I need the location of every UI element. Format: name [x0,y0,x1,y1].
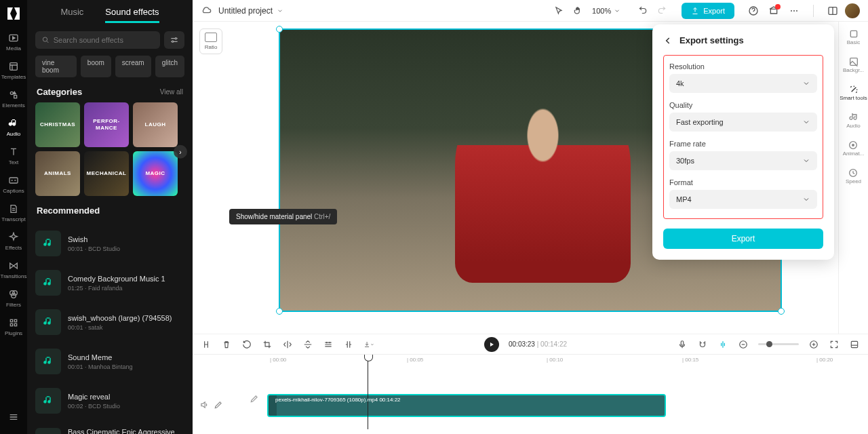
delete-button[interactable] [221,339,232,350]
redo-button[interactable] [657,6,667,16]
chip-vine-boom[interactable]: vine boom [35,56,77,77]
project-name[interactable]: Untitled project [218,6,283,16]
category-card[interactable]: LAUGH [133,102,178,147]
filter-button[interactable] [164,31,184,49]
mirror-h-button[interactable] [282,339,293,350]
rail-transcript[interactable]: Transcript [1,203,25,222]
rec-title: Sound Meme [68,353,184,362]
rail-effects[interactable]: Effects [5,232,22,251]
draft-button[interactable] [213,399,224,410]
split-clip-button[interactable] [343,339,354,350]
player-bar: 00:03:23 | 00:14:22 [193,334,868,354]
category-card[interactable]: ANIMALS [35,151,80,196]
rr-speed[interactable]: Speed [846,167,861,184]
rail-audio[interactable]: Audio [7,118,20,137]
resize-handle-bl[interactable] [276,308,283,315]
resize-handle-br[interactable] [778,308,785,315]
mute-track-button[interactable] [199,399,210,410]
playhead[interactable] [368,355,368,429]
timeline-ruler[interactable]: | 00:00| 00:05| 00:10| 00:15| 00:20 [229,355,868,367]
mic-button[interactable] [677,339,688,350]
recommended-item[interactable]: Bass Cinematic Epic Aggressive Powerful … [35,420,184,434]
hand-tool[interactable] [573,6,583,16]
crop-tl-button[interactable] [262,339,273,350]
resolution-select[interactable]: 4k [669,74,817,93]
category-card[interactable]: MECHANICAL [84,151,129,196]
more-button[interactable] [789,5,800,16]
recommended-item[interactable]: Sound Meme00:01 · Manhoa Bintang [35,342,184,381]
play-button[interactable] [484,337,499,352]
rail-elements[interactable]: Elements [2,90,24,108]
notifications-button[interactable] [768,5,779,16]
track-align-button[interactable] [717,339,728,350]
recommended-item[interactable]: Comedy Background Music 101:25 · Faid ra… [35,263,184,302]
search-box[interactable] [35,31,160,49]
export-icon [691,7,699,15]
export-button[interactable]: Export [682,3,734,19]
resize-handle-tl[interactable] [276,26,283,33]
recommended-item[interactable]: Magic reveal00:02 · BCD Studio [35,381,184,420]
magnet-button[interactable] [697,339,708,350]
panels-toggle[interactable] [827,5,838,16]
chip-scream[interactable]: scream [115,56,151,77]
zoom-out-button[interactable] [738,339,749,350]
rail-captions[interactable]: Captions [3,175,24,194]
category-card[interactable]: MAGIC [133,151,178,196]
rail-plugins[interactable]: Plugins [5,317,22,336]
pointer-tool[interactable] [554,6,564,16]
tooltip: Show/hide material panel Ctrl+/ [229,209,337,224]
rr-background[interactable]: Backgr... [843,56,864,73]
user-avatar[interactable] [845,3,860,18]
help-button[interactable] [748,5,759,16]
edit-track-button[interactable] [250,394,262,406]
chip-boom[interactable]: boom [81,56,111,77]
zoom-display[interactable]: 100% [592,7,620,15]
quality-select[interactable]: Fast exporting [669,113,817,132]
split-button[interactable] [201,339,212,350]
category-scroll-right[interactable]: › [174,145,187,159]
view-all-link[interactable]: View all [160,88,183,96]
audio-thumb [35,428,61,434]
cloud-icon[interactable] [201,5,212,16]
rail-templates[interactable]: Templates [1,61,26,80]
export-back-button[interactable] [663,36,673,45]
category-card[interactable]: PERFOR-MANCE [84,102,129,147]
fullscreen-button[interactable] [849,339,860,350]
recommended-item[interactable]: Swish00:01 · BCD Studio [35,224,184,263]
frame-rate-select[interactable]: 30fps [669,151,817,170]
svg-rect-35 [851,341,857,347]
chevron-down-icon [614,7,620,14]
rr-audio[interactable]: Audio [846,112,860,129]
zoom-in-button[interactable] [808,339,819,350]
tab-music[interactable]: Music [60,7,83,23]
format-select[interactable]: MP4 [669,190,817,209]
category-card[interactable]: CHRISTMAS [35,102,80,147]
reverse-button[interactable] [241,339,252,350]
timeline-clip[interactable]: pexels-mikhail-nilov-7709365 (1080p).mp4… [267,394,666,417]
tab-sound-effects[interactable]: Sound effects [105,7,159,23]
chevron-down-icon [802,195,810,203]
rr-animation[interactable]: Animat... [843,140,865,157]
rail-media[interactable]: Media [6,33,21,52]
recommended-item[interactable]: swish_whoosh (large) (794558)00:01 · sat… [35,302,184,342]
rr-basic[interactable]: Basic [847,28,861,45]
fit-button[interactable] [829,339,840,350]
search-input[interactable] [54,36,153,44]
ratio-selector[interactable]: Ratio [199,28,222,54]
search-icon [42,36,50,44]
rail-filters[interactable]: Filters [6,289,21,308]
export-confirm-button[interactable]: Export [663,229,823,249]
undo-button[interactable] [638,6,648,16]
download-button[interactable] [363,339,374,350]
zoom-slider[interactable] [758,343,799,345]
format-label: Format [669,178,817,186]
rail-text[interactable]: Text [8,146,19,165]
rail-menu[interactable] [8,412,19,425]
rail-transitions[interactable]: Transitions [1,260,27,279]
audio-thumb [35,349,61,374]
audio-thumb [35,231,61,256]
mirror-v-button[interactable] [302,339,313,350]
rr-smart-tools[interactable]: Smart tools [840,84,867,101]
freeze-button[interactable] [323,339,334,350]
chip-glitch[interactable]: glitch [155,56,184,77]
